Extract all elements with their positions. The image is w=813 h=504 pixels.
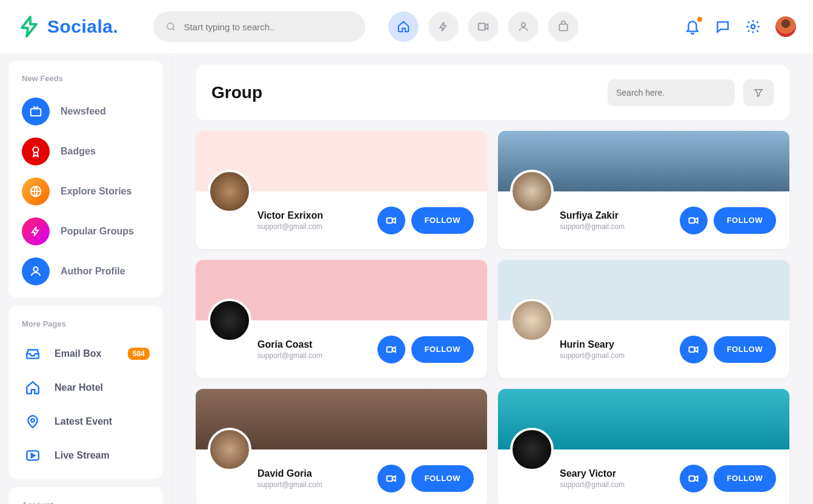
group-avatar[interactable] [208, 170, 251, 213]
filter-button[interactable] [743, 79, 774, 106]
search-icon [165, 21, 176, 32]
global-search[interactable] [153, 12, 365, 42]
sidebar-label: Explore Stories [61, 186, 131, 197]
group-avatar[interactable] [510, 299, 554, 342]
sidebar-item-event[interactable]: Latest Event [17, 405, 154, 439]
user-icon [29, 265, 42, 278]
group-email: support@gmail.com [257, 351, 322, 360]
svg-rect-16 [689, 346, 694, 351]
topbar-right [685, 16, 796, 37]
filter-icon [753, 87, 764, 98]
svg-rect-1 [479, 24, 485, 30]
video-icon [477, 20, 490, 33]
svg-point-4 [751, 25, 755, 29]
bolt-small-icon [437, 21, 450, 33]
page-header: Group [196, 65, 789, 120]
follow-button[interactable]: FOLLOW [714, 336, 776, 363]
brand-name: Sociala. [47, 16, 118, 37]
video-call-button[interactable] [680, 207, 708, 234]
email-count-badge: 584 [128, 348, 150, 360]
logo[interactable]: Sociala. [17, 15, 118, 39]
sidebar-morepages: More Pages Email Box 584 Near Hotel Late… [8, 306, 163, 479]
page-search[interactable] [608, 79, 735, 106]
group-email: support@gmail.com [257, 222, 323, 231]
group-name: Goria Coast [257, 339, 322, 350]
group-name: David Goria [257, 468, 322, 479]
notifications-button[interactable] [685, 19, 700, 35]
nav-home[interactable] [388, 12, 419, 42]
group-name: Surfiya Zakir [560, 210, 625, 221]
profile-avatar[interactable] [775, 16, 796, 37]
svg-rect-18 [689, 476, 694, 480]
follow-button[interactable]: FOLLOW [411, 336, 474, 363]
inbox-icon [25, 346, 41, 362]
video-icon [385, 214, 397, 227]
sidebar-item-newsfeed[interactable]: Newsfeed [17, 91, 154, 131]
sidebar-item-emailbox[interactable]: Email Box 584 [17, 337, 154, 371]
video-call-button[interactable] [680, 336, 708, 363]
video-call-button[interactable] [377, 336, 405, 363]
settings-button[interactable] [745, 19, 761, 35]
topbar: Sociala. [0, 0, 813, 53]
video-icon [688, 214, 700, 227]
sidebar-heading-morepages: More Pages [17, 317, 154, 337]
group-avatar[interactable] [208, 299, 251, 342]
page-search-input[interactable] [616, 88, 722, 98]
sidebar-heading-newfeeds: New Feeds [17, 71, 154, 91]
video-call-button[interactable] [377, 465, 405, 492]
sidebar-item-live[interactable]: Live Stream [17, 439, 154, 472]
follow-button[interactable]: FOLLOW [411, 207, 474, 234]
sidebar-label: Email Box [55, 348, 101, 359]
group-card: Surfiya Zakir support@gmail.com FOLLOW [498, 131, 789, 249]
sidebar-item-popular[interactable]: Popular Groups [17, 211, 154, 251]
svg-rect-13 [387, 217, 392, 222]
group-avatar[interactable] [510, 428, 554, 471]
sidebar-item-hotel[interactable]: Near Hotel [17, 371, 154, 405]
group-avatar[interactable] [208, 428, 251, 471]
sidebar-label: Popular Groups [61, 226, 134, 237]
sidebar-item-badges[interactable]: Badges [17, 131, 154, 171]
video-icon [385, 343, 397, 356]
nav-video[interactable] [468, 12, 499, 42]
messages-button[interactable] [715, 19, 731, 35]
group-name: Victor Exrixon [257, 210, 323, 221]
gear-icon [745, 19, 761, 35]
main-content: Group Victor Exrixon s [172, 53, 813, 504]
group-name: Hurin Seary [560, 339, 625, 350]
svg-point-6 [33, 147, 38, 153]
pin-icon [25, 414, 41, 429]
video-call-button[interactable] [377, 207, 405, 234]
video-call-button[interactable] [680, 465, 708, 492]
follow-button[interactable]: FOLLOW [411, 465, 474, 492]
group-card: Seary Victor support@gmail.com FOLLOW [498, 389, 789, 504]
follow-button[interactable]: FOLLOW [714, 465, 776, 492]
sidebar-item-explore[interactable]: Explore Stories [17, 171, 154, 211]
notification-dot [697, 17, 702, 22]
chat-icon [715, 19, 731, 35]
svg-rect-15 [387, 346, 392, 351]
svg-point-9 [31, 419, 34, 422]
nav-bolt[interactable] [428, 12, 459, 42]
play-icon [25, 448, 41, 463]
home-icon [25, 380, 41, 396]
sidebar-label: Author Profile [61, 266, 125, 277]
group-card: Hurin Seary support@gmail.com FOLLOW [498, 260, 789, 378]
nav-icon-group [388, 12, 579, 42]
group-card: Goria Coast support@gmail.com FOLLOW [196, 260, 487, 378]
nav-shop[interactable] [548, 12, 579, 42]
svg-rect-5 [31, 108, 41, 116]
sidebar-item-author[interactable]: Author Profile [17, 251, 154, 291]
svg-point-0 [167, 23, 174, 30]
nav-user[interactable] [508, 12, 539, 42]
user-icon [517, 21, 529, 33]
global-search-input[interactable] [184, 22, 353, 32]
video-icon [688, 343, 700, 356]
group-avatar[interactable] [510, 170, 554, 213]
page-title: Group [211, 83, 599, 102]
follow-button[interactable]: FOLLOW [714, 207, 776, 234]
group-card: David Goria support@gmail.com FOLLOW [196, 389, 487, 504]
sidebar-label: Badges [61, 146, 96, 157]
group-name: Seary Victor [560, 468, 625, 479]
svg-point-8 [33, 267, 38, 271]
group-card: Victor Exrixon support@gmail.com FOLLOW [196, 131, 487, 249]
